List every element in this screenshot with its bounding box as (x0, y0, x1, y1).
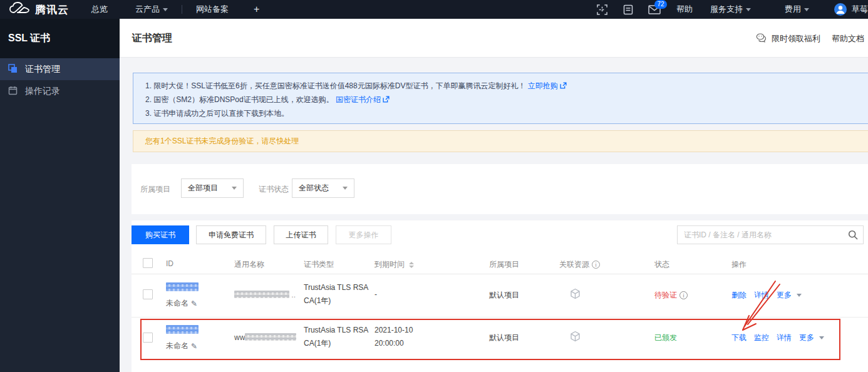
wechat-icon (756, 33, 768, 44)
edit-pencil-icon[interactable]: ✎ (191, 342, 197, 351)
col-header-expire: 到期时间 (375, 259, 414, 270)
chevron-down-icon (746, 8, 751, 11)
nav-overview[interactable]: 总览 (78, 0, 121, 19)
details-link[interactable]: 详情 (754, 290, 769, 301)
common-name-redacted: .. (234, 291, 296, 299)
col-header-common-name: 通用名称 (234, 259, 264, 270)
cert-name: 未命名✎ (166, 341, 197, 351)
notice-line: 3. 证书申请成功之后可以直接下载到本地。 (145, 107, 868, 120)
details-link[interactable]: 详情 (777, 333, 792, 343)
expire-time: 2021-10-1020:00:00 (375, 324, 413, 350)
cloud-logo-icon (9, 2, 30, 17)
common-name-redacted: ww (234, 333, 296, 342)
header-links: 限时领取福利 帮助文档 (756, 33, 868, 44)
more-actions-button[interactable]: 更多操作 (336, 225, 391, 244)
scan-icon[interactable] (589, 0, 615, 19)
add-tab-button[interactable]: + (242, 4, 271, 15)
more-link[interactable]: 更多 (777, 290, 792, 301)
col-header-cert-type: 证书类型 (304, 259, 334, 270)
col-header-project: 所属项目 (489, 259, 519, 270)
chevron-down-icon (232, 187, 237, 190)
expire-time: - (375, 290, 377, 299)
upload-cert-button[interactable]: 上传证书 (274, 225, 328, 244)
info-icon[interactable]: i (679, 291, 688, 299)
document-icon[interactable] (615, 0, 641, 19)
cert-type: TrustAsia TLS RSACA(1年) (304, 324, 368, 350)
row-checkbox[interactable] (143, 289, 153, 299)
promo-notice-banner: 1. 限时大促！SSL证书低至6折，买任意国密标准证书送价值488元国际标准DV… (133, 73, 868, 124)
info-icon[interactable]: i (592, 261, 600, 269)
search-input[interactable] (677, 225, 864, 244)
notice-line: 1. 限时大促！SSL证书低至6折，买任意国密标准证书送价值488元国际标准DV… (145, 80, 868, 93)
buy-cert-button[interactable]: 购买证书 (132, 225, 189, 244)
main-content: 证书管理 限时领取福利 帮助文档 1. 限时大促！SSL证 (120, 19, 868, 372)
select-all-checkbox[interactable] (143, 258, 153, 268)
status-badge: 已颁发 (654, 333, 677, 343)
external-link-icon (383, 94, 390, 107)
table-row: 未命名✎ ww TrustAsia TLS RSACA(1年) 2021-10-… (132, 318, 868, 360)
app-window: 腾讯云 总览 云产品 网站备案 + 72 帮助 服务支持 费用 (0, 0, 868, 372)
chevron-down-icon (163, 8, 168, 11)
apply-free-cert-button[interactable]: 申请免费证书 (196, 225, 266, 244)
row-actions: 删除 详情 更多 (731, 290, 802, 301)
edit-pencil-icon[interactable]: ✎ (191, 299, 197, 308)
billing-menu[interactable]: 费用 (776, 4, 818, 15)
promo-link[interactable]: 限时领取福利 (756, 33, 820, 44)
cert-name: 未命名✎ (166, 298, 197, 309)
notice-line: 2. 国密（SM2）标准DNSPod证书现已上线，欢迎选购。 国密证书介绍 (145, 93, 868, 107)
project-filter-select[interactable]: 全部项目 (181, 178, 244, 198)
col-header-status: 状态 (654, 259, 669, 270)
project-cell: 默认项目 (489, 333, 519, 343)
certificate-icon (8, 64, 18, 75)
external-link-icon (560, 80, 567, 93)
account-name[interactable]: 草莓 (852, 4, 868, 15)
status-badge: 待验证i (654, 290, 688, 301)
warning-text: 您有1个SSL证书未完成身份验证，请尽快处理 (145, 136, 299, 147)
download-link[interactable]: 下载 (731, 333, 747, 343)
sidebar-item-cert-management[interactable]: 证书管理 (0, 58, 120, 80)
tencent-cloud-logo[interactable]: 腾讯云 (0, 2, 78, 17)
more-link[interactable]: 更多 (799, 333, 814, 343)
page-title: 证书管理 (132, 32, 172, 45)
resource-package-icon (570, 331, 581, 344)
project-cell: 默认项目 (489, 290, 519, 301)
sidebar-item-operation-log[interactable]: 操作记录 (0, 80, 120, 102)
topbar-right: 72 帮助 服务支持 费用 草莓 (589, 0, 868, 19)
sm2-intro-link[interactable]: 国密证书介绍 (336, 95, 381, 104)
delete-link[interactable]: 删除 (731, 290, 747, 301)
support-menu[interactable]: 服务支持 (701, 4, 760, 15)
table-header-row: ID 通用名称 证书类型 到期时间 所属项目 关联资源 i 状态 操作 (132, 254, 868, 274)
mail-badge: 72 (654, 0, 667, 9)
col-header-resources: 关联资源 i (559, 259, 600, 270)
resource-package-icon (570, 288, 581, 301)
row-checkbox[interactable] (143, 333, 153, 343)
status-filter-select[interactable]: 全部状态 (292, 178, 354, 198)
grab-now-link[interactable]: 立即抢购 (528, 81, 558, 90)
brand-name: 腾讯云 (35, 3, 69, 17)
mail-icon[interactable]: 72 (641, 0, 668, 19)
search-icon[interactable] (848, 230, 858, 242)
cert-type: TrustAsia TLS RSACA(1年) (304, 281, 368, 307)
page-header: 证书管理 限时领取福利 帮助文档 (120, 19, 868, 58)
chevron-down-icon[interactable] (797, 294, 802, 297)
sort-icon[interactable] (409, 262, 414, 268)
monitor-link[interactable]: 监控 (754, 333, 769, 343)
nav-products[interactable]: 云产品 (121, 0, 182, 19)
chevron-down-icon (343, 187, 348, 190)
help-link[interactable]: 帮助 (668, 4, 701, 15)
sidebar-header: SSL 证书 (0, 19, 120, 58)
sidebar: SSL 证书 证书管理 操作记录 (0, 19, 120, 372)
sidebar-item-label: 操作记录 (25, 86, 60, 97)
calendar-icon (8, 86, 18, 97)
cert-id-redacted (166, 282, 199, 292)
sidebar-title: SSL 证书 (8, 32, 50, 45)
avatar[interactable] (834, 3, 847, 16)
chevron-down-icon[interactable] (819, 336, 824, 339)
filter-card: 所属项目 全部项目 证书状态 全部状态 (132, 164, 868, 214)
top-navigation: 总览 云产品 网站备案 + (78, 0, 271, 19)
topbar: 腾讯云 总览 云产品 网站备案 + 72 帮助 服务支持 费用 (0, 0, 868, 19)
certificate-table-card: 购买证书 申请免费证书 上传证书 更多操作 ID 通用名称 证书类型 到期时间 (132, 220, 868, 372)
nav-beian[interactable]: 网站备案 (182, 0, 242, 19)
help-doc-link[interactable]: 帮助文档 (832, 33, 868, 44)
col-header-actions: 操作 (731, 259, 747, 270)
